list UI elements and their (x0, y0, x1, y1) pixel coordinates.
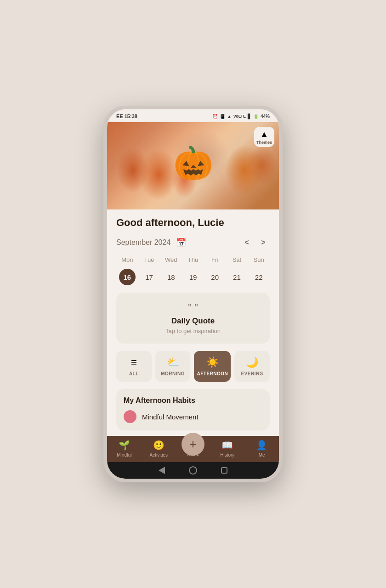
calendar-day-headers: Mon Tue Wed Thu Fri Sat Sun (116, 254, 270, 265)
hero-image: ▲ Themes (107, 122, 279, 209)
system-nav-bar (107, 462, 279, 479)
phone-frame: EE 15:38 ⏰ 📳 ▲ VoLTE ▋ 🔋 44% ▲ Themes Go… (103, 106, 283, 482)
main-section: Good afternoon, Lucie September 2024 📅 <… (107, 209, 279, 430)
volte-icon: VoLTE (233, 114, 246, 119)
home-label: Home (187, 452, 199, 457)
afternoon-icon: ☀️ (206, 356, 219, 368)
nav-home-center: + Home (176, 442, 210, 456)
habits-card: My Afternoon Habits Mindful Movement (116, 389, 270, 430)
nav-history[interactable]: 📖 History (210, 440, 244, 458)
date-19[interactable]: 19 (182, 269, 204, 285)
day-sun: Sun (248, 254, 270, 265)
mindful-label: Mindful (117, 452, 131, 458)
battery-percent: 44% (261, 114, 270, 119)
quote-marks: " " (125, 302, 261, 314)
habit-name: Mindful Movement (142, 413, 199, 421)
sys-back-button[interactable] (157, 466, 166, 475)
morning-icon: ⛅ (167, 356, 179, 368)
status-icons: ⏰ 📳 ▲ VoLTE ▋ 🔋 44% (212, 114, 270, 119)
me-label: Me (259, 452, 265, 458)
filter-afternoon[interactable]: ☀️ AFTERNOON (194, 351, 231, 382)
habit-item[interactable]: Mindful Movement (124, 410, 262, 423)
time-filter: ≡ ALL ⛅ MORNING ☀️ AFTERNOON 🌙 EVENING (116, 351, 270, 382)
vibrate-icon: 📳 (220, 114, 225, 119)
quote-subtitle: Tap to get inspiration (125, 328, 261, 334)
day-mon: Mon (116, 254, 138, 265)
activities-icon: 🙂 (153, 440, 165, 451)
nav-activities[interactable]: 🙂 Activities (142, 440, 176, 458)
all-label: ALL (129, 371, 139, 376)
calendar-grid: Mon Tue Wed Thu Fri Sat Sun 16 17 18 19 … (116, 254, 270, 285)
afternoon-label: AFTERNOON (197, 371, 228, 376)
habit-dot (124, 410, 136, 423)
date-16[interactable]: 16 (119, 269, 136, 285)
themes-label: Themes (256, 140, 272, 145)
daily-quote-card[interactable]: " " Daily Quote Tap to get inspiration (116, 293, 270, 344)
day-sat: Sat (226, 254, 248, 265)
day-tue: Tue (138, 254, 160, 265)
activities-label: Activities (149, 452, 167, 458)
greeting-text: Good afternoon, Lucie (116, 217, 270, 229)
day-wed: Wed (160, 254, 182, 265)
date-18[interactable]: 18 (160, 269, 182, 285)
prev-month-button[interactable]: < (240, 236, 253, 249)
date-21[interactable]: 21 (226, 269, 248, 285)
date-22[interactable]: 22 (248, 269, 270, 285)
filter-all[interactable]: ≡ ALL (116, 351, 152, 382)
filter-evening[interactable]: 🌙 EVENING (234, 351, 270, 382)
day-thu: Thu (182, 254, 204, 265)
nav-mindful[interactable]: 🌱 Mindful (107, 440, 142, 458)
date-17[interactable]: 17 (138, 269, 160, 285)
me-icon: 👤 (256, 440, 267, 451)
themes-button[interactable]: ▲ Themes (254, 127, 274, 147)
date-20[interactable]: 20 (204, 269, 226, 285)
filter-morning[interactable]: ⛅ MORNING (155, 351, 191, 382)
calendar-nav: < > (240, 236, 270, 249)
scroll-content[interactable]: Good afternoon, Lucie September 2024 📅 <… (107, 209, 279, 436)
calendar-icon[interactable]: 📅 (176, 237, 186, 248)
history-label: History (220, 452, 234, 458)
sys-recents-button[interactable] (220, 466, 229, 475)
calendar-dates: 16 17 18 19 20 21 22 (116, 269, 270, 285)
signal-icon: ▋ (248, 114, 251, 119)
habits-title: My Afternoon Habits (124, 396, 262, 405)
evening-label: EVENING (241, 371, 263, 376)
calendar-header: September 2024 📅 < > (116, 236, 270, 249)
evening-icon: 🌙 (246, 356, 258, 368)
status-bar: EE 15:38 ⏰ 📳 ▲ VoLTE ▋ 🔋 44% (107, 109, 279, 122)
carrier-time: EE 15:38 (116, 113, 137, 119)
mindful-icon: 🌱 (119, 440, 130, 451)
quote-title: Daily Quote (125, 317, 261, 326)
battery-icon: 🔋 (253, 114, 259, 119)
day-fri: Fri (204, 254, 226, 265)
next-month-button[interactable]: > (257, 236, 270, 249)
app-content: ▲ Themes Good afternoon, Lucie September… (107, 122, 279, 462)
all-icon: ≡ (131, 356, 137, 368)
morning-label: MORNING (161, 371, 185, 376)
themes-icon: ▲ (260, 130, 268, 139)
month-year: September 2024 (116, 238, 170, 247)
alarm-icon: ⏰ (212, 114, 218, 119)
wifi-icon: ▲ (227, 114, 232, 119)
bottom-nav: 🌱 Mindful 🙂 Activities + Home 📖 History … (107, 436, 279, 462)
history-icon: 📖 (221, 440, 233, 451)
nav-me[interactable]: 👤 Me (244, 440, 279, 458)
sys-home-button[interactable] (188, 466, 198, 475)
